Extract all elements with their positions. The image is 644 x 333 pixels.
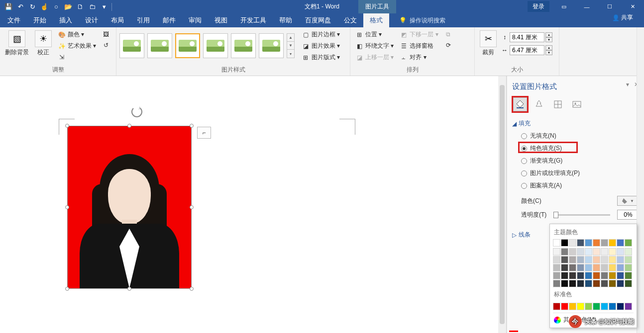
color-swatch[interactable]: [585, 280, 592, 287]
qat-touch-icon[interactable]: ☝: [39, 1, 50, 12]
color-swatch[interactable]: [553, 256, 560, 263]
qat-redo-icon[interactable]: ↻: [27, 1, 38, 12]
selected-image[interactable]: [67, 126, 192, 289]
tab-design[interactable]: 设计: [79, 13, 105, 27]
fill-pattern-radio[interactable]: 图案填充(A): [521, 181, 639, 190]
tab-help[interactable]: 帮助: [273, 13, 299, 27]
fill-none-radio[interactable]: 无填充(N): [521, 132, 639, 140]
rotate-handle-icon[interactable]: [131, 106, 142, 117]
color-swatch[interactable]: [577, 248, 584, 255]
group-button[interactable]: ⧉: [442, 29, 454, 39]
color-swatch[interactable]: [553, 303, 560, 310]
color-swatch[interactable]: [617, 239, 624, 247]
layout-tab[interactable]: [551, 97, 565, 111]
handle-l[interactable]: [65, 205, 69, 209]
layout-options-button[interactable]: ⌐: [197, 127, 211, 139]
color-swatch[interactable]: [553, 272, 560, 279]
color-swatch[interactable]: [577, 280, 584, 287]
qat-folder-icon[interactable]: 🗀: [87, 1, 98, 12]
color-swatch[interactable]: [585, 256, 592, 263]
color-swatch[interactable]: [601, 248, 608, 255]
handle-bl[interactable]: [65, 287, 69, 291]
height-up[interactable]: ▲: [545, 32, 552, 37]
color-swatch[interactable]: [625, 264, 632, 271]
tab-insert[interactable]: 插入: [53, 13, 79, 27]
maximize-icon[interactable]: ☐: [598, 0, 621, 13]
color-swatch[interactable]: [577, 256, 584, 263]
color-swatch[interactable]: [593, 248, 600, 255]
color-swatch[interactable]: [553, 239, 560, 247]
width-down[interactable]: ▼: [545, 50, 552, 55]
color-swatch[interactable]: [625, 256, 632, 263]
style-thumb-3[interactable]: [175, 33, 200, 58]
color-swatch[interactable]: [569, 280, 576, 287]
width-up[interactable]: ▲: [545, 45, 552, 50]
color-swatch[interactable]: [585, 272, 592, 279]
color-swatch[interactable]: [569, 256, 576, 263]
color-swatch[interactable]: [609, 303, 616, 310]
color-swatch[interactable]: [553, 264, 560, 271]
color-swatch[interactable]: [585, 303, 592, 310]
qat-open-icon[interactable]: 📂: [63, 1, 74, 12]
send-backward-button[interactable]: ◪上移一层 ▾: [353, 52, 396, 63]
color-swatch[interactable]: [585, 264, 592, 271]
fill-line-tab[interactable]: [513, 97, 527, 111]
wrap-text-button[interactable]: ◧环绕文字 ▾: [353, 41, 396, 51]
color-swatch[interactable]: [625, 272, 632, 279]
handle-r[interactable]: [190, 205, 194, 209]
handle-t[interactable]: [127, 124, 131, 128]
color-swatch[interactable]: [601, 239, 608, 247]
color-swatch[interactable]: [617, 248, 624, 255]
qat-undo-icon[interactable]: ↶: [15, 1, 26, 12]
artistic-effects-button[interactable]: ✨艺术效果 ▾: [56, 41, 98, 51]
reset-picture-button[interactable]: ↺: [100, 40, 112, 50]
color-swatch[interactable]: [553, 248, 560, 255]
crop-button[interactable]: ✂ 裁剪: [478, 29, 499, 58]
height-input[interactable]: [510, 32, 544, 42]
color-swatch[interactable]: [625, 248, 632, 255]
color-swatch[interactable]: [577, 264, 584, 271]
color-swatch[interactable]: [561, 280, 568, 287]
handle-br[interactable]: [190, 287, 194, 291]
color-swatch[interactable]: [617, 303, 624, 310]
style-thumb-5[interactable]: [231, 33, 256, 58]
color-swatch[interactable]: [593, 280, 600, 287]
color-swatch[interactable]: [569, 303, 576, 310]
tab-home[interactable]: 开始: [27, 13, 53, 27]
color-swatch[interactable]: [577, 303, 584, 310]
rotate-button[interactable]: ⟳: [442, 40, 454, 50]
picture-layout-button[interactable]: ⊞图片版式 ▾: [300, 52, 342, 63]
color-swatch[interactable]: [609, 239, 616, 247]
style-thumb-6[interactable]: [259, 33, 284, 58]
color-swatch[interactable]: [617, 264, 624, 271]
tell-me-search[interactable]: 💡 操作说明搜索: [399, 13, 445, 27]
style-thumb-1[interactable]: [119, 33, 144, 58]
picture-effects-button[interactable]: ◪图片效果 ▾: [300, 41, 342, 51]
picture-border-button[interactable]: ▢图片边框 ▾: [300, 29, 342, 40]
fill-gradient-radio[interactable]: 渐变填充(G): [521, 157, 639, 165]
handle-tr[interactable]: [190, 124, 194, 128]
color-swatch[interactable]: [577, 239, 584, 247]
color-swatch[interactable]: [585, 239, 592, 247]
transparency-input[interactable]: [617, 210, 639, 220]
login-button[interactable]: 登录: [528, 1, 549, 12]
color-swatch[interactable]: [593, 264, 600, 271]
bring-forward-button[interactable]: ◩下移一层 ▾: [398, 29, 440, 40]
style-thumb-4[interactable]: [203, 33, 228, 58]
color-swatch[interactable]: [561, 264, 568, 271]
selection-pane-button[interactable]: ☰选择窗格: [398, 41, 440, 51]
color-swatch[interactable]: [617, 280, 624, 287]
tab-layout[interactable]: 布局: [105, 13, 130, 27]
color-swatch[interactable]: [577, 272, 584, 279]
compress-button[interactable]: ⇲: [56, 52, 98, 62]
color-swatch[interactable]: [609, 256, 616, 263]
color-swatch[interactable]: [561, 272, 568, 279]
color-swatch[interactable]: [569, 248, 576, 255]
color-button[interactable]: 🎨颜色 ▾: [56, 29, 98, 40]
transparency-slider[interactable]: [553, 214, 610, 216]
picture-tab[interactable]: [570, 97, 584, 111]
tab-developer[interactable]: 开发工具: [234, 13, 273, 27]
close-icon[interactable]: ✕: [621, 0, 644, 13]
color-swatch[interactable]: [561, 248, 568, 255]
gallery-up-icon[interactable]: ▲: [287, 34, 294, 42]
